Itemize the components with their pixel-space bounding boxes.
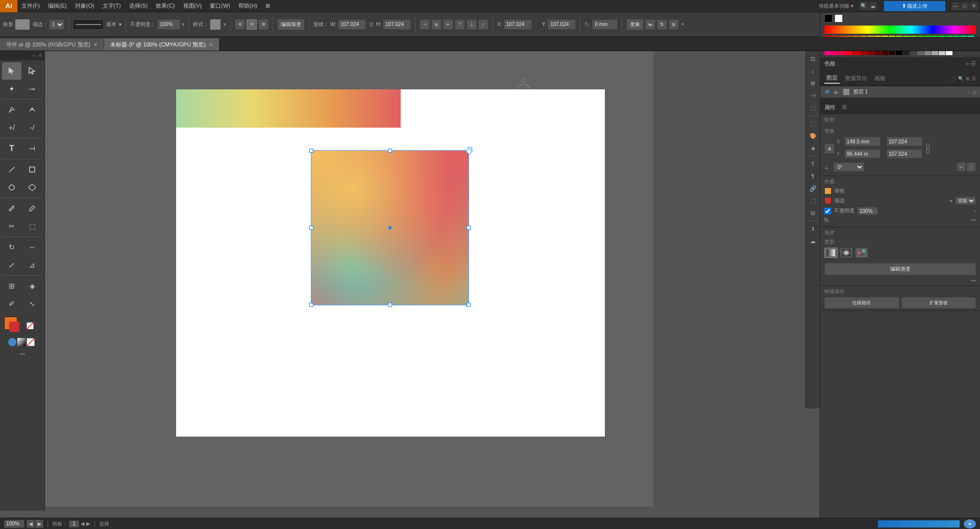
handle-bot-right[interactable] bbox=[467, 303, 471, 307]
cloud-btn[interactable]: ☁ bbox=[869, 2, 877, 10]
grad-radial-btn[interactable] bbox=[840, 248, 853, 258]
handle-bot-left[interactable] bbox=[309, 303, 313, 307]
blend-tool[interactable]: ⤡ bbox=[22, 295, 42, 312]
fill-color-swatch[interactable] bbox=[824, 187, 831, 195]
more-tools-btn[interactable]: ••• bbox=[0, 349, 44, 359]
toolbox-collapse[interactable]: — bbox=[32, 53, 36, 58]
layer-lock-icon[interactable]: ○ bbox=[967, 89, 970, 95]
rotate-input[interactable] bbox=[592, 19, 618, 30]
delete-anchor-tool[interactable]: -/ bbox=[22, 119, 42, 136]
handle-top-mid[interactable] bbox=[388, 149, 392, 153]
artboard-tab[interactable]: 画板 bbox=[872, 74, 888, 83]
bianliang-btn[interactable]: 编辑渐变 bbox=[277, 19, 305, 30]
menu-edit[interactable]: 编辑(E) bbox=[44, 0, 71, 12]
transform-corner-btn[interactable]: ⊞ bbox=[235, 19, 245, 30]
layers-expand-btn[interactable]: ⬚ bbox=[951, 76, 956, 81]
flip-v-btn[interactable]: ⇅ bbox=[657, 19, 667, 30]
handle-bot-mid[interactable] bbox=[388, 303, 392, 307]
page-input[interactable] bbox=[69, 520, 79, 527]
zoom-input[interactable] bbox=[4, 520, 24, 528]
distribute-btn[interactable]: ⊞ bbox=[669, 19, 679, 30]
transform-center-btn[interactable]: ⊠ bbox=[258, 19, 268, 30]
rectangle-tool[interactable] bbox=[22, 161, 42, 178]
layer-target-icon[interactable]: ◎ bbox=[972, 89, 977, 95]
handle-mid-right[interactable] bbox=[467, 226, 471, 230]
strip-links-btn[interactable]: 🔗 bbox=[807, 183, 819, 194]
lasso-tool[interactable]: ⊸ bbox=[22, 80, 42, 98]
gradient-square[interactable] bbox=[311, 151, 469, 305]
align-left-btn[interactable]: ⊣ bbox=[420, 19, 430, 30]
tab-file1[interactable]: 寻件.ai @ 100% (RGB/GPU 预览) ✕ bbox=[0, 38, 104, 51]
menu-object[interactable]: 对象(O) bbox=[71, 0, 99, 12]
none-mode-btn[interactable] bbox=[27, 338, 35, 346]
curvature-tool[interactable] bbox=[22, 101, 42, 118]
cs-black[interactable] bbox=[824, 14, 832, 22]
ai-search[interactable]: 传统基本功能 ▾ bbox=[819, 3, 853, 10]
stroke-type-props-select[interactable]: 实线 bbox=[955, 197, 976, 205]
shape-h-input[interactable] bbox=[383, 19, 411, 30]
path-offset-btn[interactable]: 位移路径 bbox=[824, 297, 899, 308]
tab2-close[interactable]: ✕ bbox=[209, 42, 213, 47]
stroke-color-swatch[interactable] bbox=[824, 197, 831, 204]
edit-gradient-btn[interactable]: 编辑渐变 bbox=[824, 263, 976, 275]
eyedropper-tool[interactable]: ✐ bbox=[2, 295, 21, 312]
close-btn[interactable]: ✕ bbox=[970, 2, 978, 10]
align-right-btn[interactable]: ⊢ bbox=[443, 19, 453, 30]
flip-h-small-btn[interactable]: ↔ bbox=[957, 162, 966, 172]
expand-shape-btn[interactable]: 扩展形状 bbox=[901, 297, 976, 308]
reflect-tool[interactable]: ↔ bbox=[22, 238, 42, 256]
magic-wand-tool[interactable]: ✦ bbox=[2, 80, 21, 98]
h-input[interactable] bbox=[887, 149, 922, 158]
strip-export-btn[interactable]: ⬚ bbox=[807, 102, 819, 113]
shear-tool[interactable]: ⊿ bbox=[22, 256, 42, 274]
stroke-type-select[interactable]: C bbox=[49, 19, 64, 30]
restore-btn[interactable]: □ bbox=[961, 2, 969, 10]
gradient-tool[interactable]: ◈ bbox=[22, 277, 42, 295]
strip-layers-btn[interactable]: ⬚ bbox=[807, 195, 819, 206]
layers-search-btn[interactable]: 🔍 bbox=[958, 76, 964, 81]
layers-arrange-btn[interactable]: ⊞ bbox=[966, 76, 970, 81]
strip-align-btn[interactable]: ⊣ bbox=[807, 90, 819, 101]
strip-libraries-btn[interactable]: ☁ bbox=[807, 235, 819, 247]
menu-panel-toggle[interactable]: ⊞ bbox=[261, 0, 274, 12]
style-swatch[interactable] bbox=[210, 19, 221, 30]
flip-h-btn[interactable]: ⇆ bbox=[645, 19, 655, 30]
ellipse-tool[interactable] bbox=[2, 179, 21, 196]
minimize-btn[interactable]: — bbox=[951, 2, 960, 10]
vertical-type-tool[interactable]: T bbox=[23, 139, 41, 158]
resource-tab[interactable]: 资源导出 bbox=[843, 74, 869, 83]
layer-expand-icon[interactable]: ▶ bbox=[835, 89, 841, 95]
eraser-tool[interactable]: ⬚ bbox=[22, 218, 42, 235]
zoom-prev[interactable]: ◀ bbox=[27, 520, 35, 528]
selection-tool[interactable] bbox=[2, 62, 21, 80]
mesh-tool[interactable]: ⊞ bbox=[2, 277, 21, 295]
opacity-checkbox[interactable] bbox=[824, 208, 831, 214]
page-nav-right[interactable]: ▶ bbox=[86, 521, 90, 526]
caiban-expand[interactable]: » bbox=[966, 60, 969, 67]
cs-white[interactable] bbox=[835, 14, 843, 22]
transform-main-btn[interactable]: 变换 bbox=[626, 19, 644, 30]
page-nav-left[interactable]: ◀ bbox=[81, 521, 85, 526]
menu-window[interactable]: 窗口(W) bbox=[206, 0, 234, 12]
strip-type-btn[interactable]: T bbox=[807, 158, 819, 170]
flip-v-small-btn[interactable]: ↕ bbox=[967, 162, 976, 172]
layers-tab[interactable]: 图层 bbox=[824, 73, 840, 84]
add-anchor-tool[interactable]: +/ bbox=[2, 119, 21, 136]
coord-y-input[interactable] bbox=[548, 19, 576, 30]
grad-freeform-btn[interactable] bbox=[855, 248, 868, 258]
align-bottom-btn[interactable]: ⊦ bbox=[478, 19, 488, 30]
strip-pathfinder-btn[interactable]: ⊞ bbox=[807, 78, 819, 89]
scissors-tool[interactable]: ✂ bbox=[2, 218, 21, 235]
menu-file[interactable]: 文件(F) bbox=[17, 0, 44, 12]
menu-select[interactable]: 选择(S) bbox=[125, 0, 152, 12]
coord-x-input[interactable] bbox=[504, 19, 532, 30]
menu-help[interactable]: 帮助(H) bbox=[234, 0, 261, 12]
handle-top-right[interactable] bbox=[467, 149, 471, 153]
paintbrush-tool[interactable] bbox=[2, 200, 21, 217]
handle-top-left[interactable] bbox=[309, 149, 313, 153]
pen-tool[interactable] bbox=[2, 101, 21, 118]
w-input[interactable] bbox=[887, 137, 922, 146]
upload-btn[interactable]: ⬆ 描述上传 bbox=[884, 1, 945, 11]
align-top-btn[interactable]: ⊤ bbox=[455, 19, 465, 30]
line-segment-tool[interactable] bbox=[2, 161, 21, 178]
